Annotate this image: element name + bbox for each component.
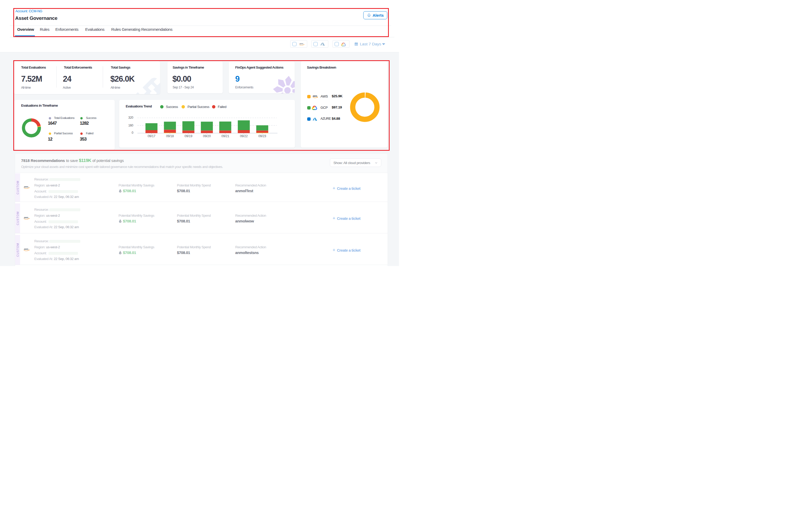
svg-text:aws: aws	[299, 42, 303, 45]
svg-text:aws: aws	[24, 185, 28, 188]
svg-text:aws: aws	[313, 95, 317, 97]
svg-text:aws: aws	[24, 248, 28, 250]
svg-text:aws: aws	[24, 216, 28, 218]
